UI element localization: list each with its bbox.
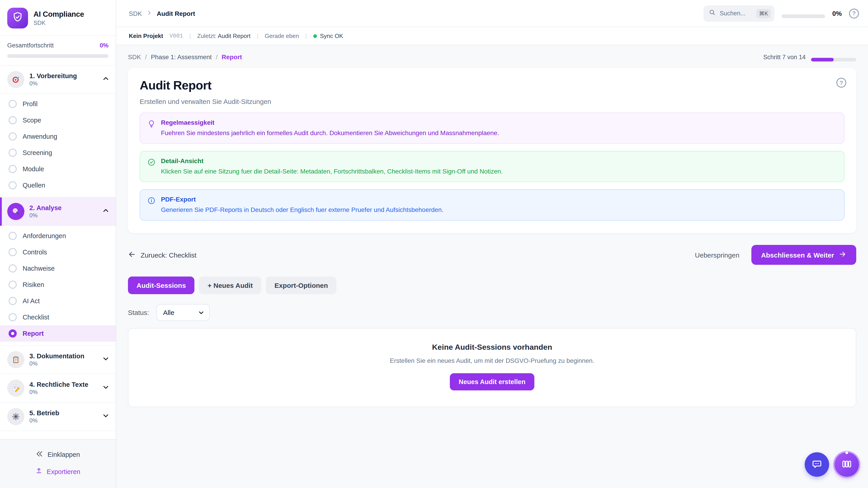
card-help-icon[interactable]: ? (836, 78, 846, 88)
chat-fab-button[interactable] (805, 452, 829, 477)
sidebar-item-label: Scope (23, 117, 41, 124)
section-items-vorbereitung: Profil Scope Anwendung Screening Module … (0, 94, 116, 197)
phase-breadcrumb-root[interactable]: SDK (128, 53, 141, 61)
step-circle-icon (8, 116, 17, 124)
memo-pencil-icon (7, 380, 24, 397)
sidebar-item-report[interactable]: Report (0, 325, 116, 341)
sidebar-item-ai-act[interactable]: AI Act (0, 293, 116, 309)
tab-export-optionen[interactable]: Export-Optionen (266, 276, 337, 294)
lightbulb-icon (147, 119, 156, 136)
page-content: SDK / Phase 1: Assessment / Report Schri… (116, 45, 868, 488)
info-box-title: PDF-Export (161, 196, 443, 203)
step-circle-icon (8, 232, 17, 240)
app-title: AI Compliance (33, 10, 84, 19)
tab-neues-audit[interactable]: + Neues Audit (199, 276, 261, 294)
phase-breadcrumb-row: SDK / Phase 1: Assessment / Report Schri… (128, 53, 856, 61)
section-progress: 0% (29, 418, 97, 424)
breadcrumb-current: Audit Report (157, 10, 195, 17)
chat-bubble-icon (811, 458, 823, 471)
app-header: AI Compliance SDK (0, 0, 116, 36)
sync-label: Sync OK (320, 33, 343, 39)
sidebar-item-anforderungen[interactable]: Anforderungen (0, 228, 116, 244)
sidebar-item-label: AI Act (23, 297, 40, 304)
sidebar-section-analyse[interactable]: 2. Analyse 0% (0, 197, 116, 226)
sidebar-item-scope[interactable]: Scope (0, 112, 116, 128)
section-progress: 0% (29, 389, 97, 395)
sidebar-item-quellen[interactable]: Quellen (0, 177, 116, 193)
search-placeholder: Suchen... (720, 10, 752, 17)
step-label: Schritt 7 von 14 (763, 54, 806, 60)
sidebar-item-risiken[interactable]: Risiken (0, 276, 116, 293)
sidebar-item-label: Module (23, 165, 44, 173)
topbar: SDK Audit Report Suchen... ⌘K 0% ? (116, 0, 868, 27)
sidebar-item-profil[interactable]: Profil (0, 96, 116, 112)
info-box-regelmaessigkeit: Regelmaessigkeit Fuehren Sie mindestens … (140, 112, 844, 144)
arrow-left-icon (128, 250, 136, 260)
sidebar-item-label: Screening (23, 149, 52, 156)
skip-button[interactable]: Ueberspringen (695, 251, 739, 259)
floating-buttons (805, 452, 859, 477)
last-value: Audit Report (218, 33, 251, 39)
sidebar-item-checklist[interactable]: Checklist (0, 309, 116, 325)
chevron-right-icon (147, 10, 152, 17)
breadcrumb: SDK Audit Report (129, 10, 195, 17)
shield-check-icon (12, 11, 24, 25)
export-label: Exportieren (47, 468, 80, 475)
gear-icon (7, 408, 24, 425)
info-box-detail-ansicht: Detail-Ansicht Klicken Sie auf eine Sitz… (140, 151, 844, 182)
target-icon (7, 71, 24, 88)
sidebar-item-screening[interactable]: Screening (0, 144, 116, 161)
empty-state-panel: Keine Audit-Sessions vorhanden Erstellen… (128, 328, 856, 407)
wizard-nav-row: Zurueck: Checklist Ueberspringen Abschli… (128, 245, 856, 265)
back-to-checklist-button[interactable]: Zurueck: Checklist (128, 250, 196, 260)
finish-and-next-button[interactable]: Abschliessen & Weiter (751, 245, 856, 265)
step-circle-icon (8, 264, 17, 272)
sidebar-item-module[interactable]: Module (0, 161, 116, 177)
section-items-analyse: Anforderungen Controls Nachweise Risiken… (0, 226, 116, 346)
step-circle-active-icon (8, 329, 17, 337)
create-audit-button[interactable]: Neues Audit erstellen (450, 373, 534, 390)
step-circle-icon (8, 313, 17, 321)
sidebar-item-anwendung[interactable]: Anwendung (0, 128, 116, 144)
collapse-sidebar-button[interactable]: Einklappen (0, 446, 116, 463)
sidebar-item-label: Checklist (23, 314, 49, 321)
last-label: Zuletzt: (197, 33, 217, 39)
sidebar-item-controls[interactable]: Controls (0, 244, 116, 260)
step-circle-icon (8, 165, 17, 173)
sidebar-section-vorbereitung[interactable]: 1. Vorbereitung 0% (0, 66, 116, 94)
search-shortcut-badge: ⌘K (756, 9, 771, 18)
magnifier-icon (7, 203, 24, 220)
export-button[interactable]: Exportieren (0, 463, 116, 480)
sidebar-item-label: Profil (23, 100, 37, 107)
step-circle-icon (8, 297, 17, 305)
section-title: 4. Rechtliche Texte (29, 381, 97, 388)
sidebar-section-betrieb[interactable]: 5. Betrieb 0% (0, 402, 116, 431)
info-box-text: Generieren Sie PDF-Reports in Deutsch od… (161, 206, 443, 213)
sidebar-section-dokumentation[interactable]: 3. Dokumentation 0% (0, 346, 116, 374)
search-input[interactable]: Suchen... ⌘K (704, 5, 774, 22)
phase-breadcrumb-phase[interactable]: Phase 1: Assessment (151, 53, 212, 61)
upload-icon (35, 467, 43, 476)
app-subtitle: SDK (33, 20, 84, 26)
help-icon[interactable]: ? (849, 8, 859, 18)
info-box-title: Detail-Ansicht (161, 157, 503, 164)
sidebar-section-rechtliche-texte[interactable]: 4. Rechtliche Texte 0% (0, 374, 116, 402)
tab-audit-sessions[interactable]: Audit-Sessions (128, 276, 194, 294)
step-progress: Schritt 7 von 14 (763, 53, 856, 61)
chevron-down-icon (102, 355, 110, 364)
project-name: Kein Projekt (129, 33, 163, 39)
breadcrumb-root[interactable]: SDK (129, 10, 142, 17)
status-filter-select[interactable]: Alle (156, 304, 210, 321)
page-title: Audit Report (140, 78, 844, 93)
section-title: 3. Dokumentation (29, 352, 97, 360)
step-circle-icon (8, 181, 17, 189)
sidebar-item-label: Quellen (23, 182, 45, 189)
section-progress: 0% (29, 213, 97, 219)
check-circle-icon (147, 157, 156, 175)
divider: | (189, 33, 191, 39)
chevron-up-icon (102, 75, 110, 84)
sidebar-item-nachweise[interactable]: Nachweise (0, 260, 116, 276)
columns-fab-button[interactable] (835, 452, 859, 477)
last-saved-time: Gerade eben (265, 33, 299, 39)
status-bar: Kein Projekt V001 | Zuletzt: Audit Repor… (116, 27, 868, 45)
